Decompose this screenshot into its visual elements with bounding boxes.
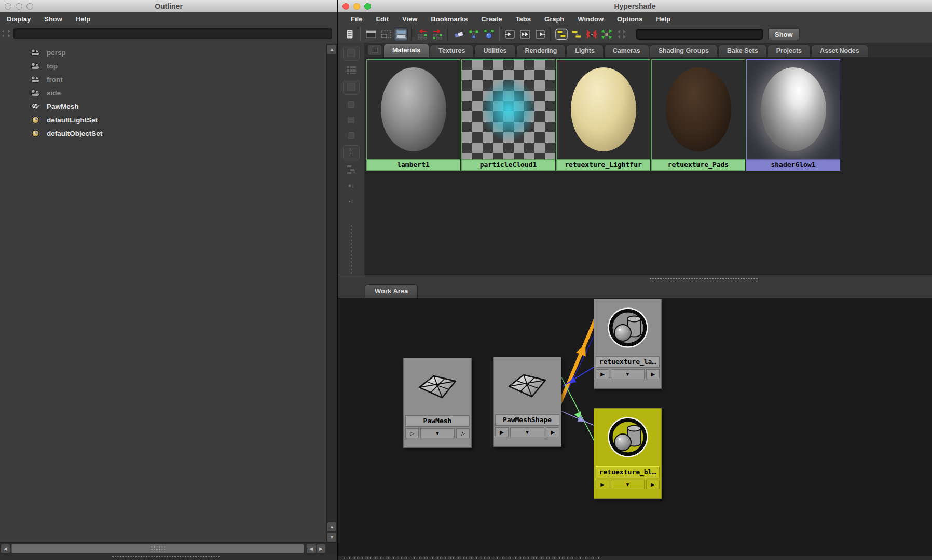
menu-options[interactable]: Options	[610, 12, 649, 26]
scroll-up-button[interactable]: ▲	[327, 522, 337, 532]
detail-view-icon[interactable]	[344, 114, 359, 126]
outliner-titlebar[interactable]: Outliner	[0, 0, 337, 13]
tab-shading-groups[interactable]: Shading Groups	[650, 45, 718, 57]
medium-swatch-view-icon[interactable]	[343, 80, 360, 95]
hypershade-search-input[interactable]	[636, 29, 763, 40]
scroll-left-button[interactable]: ◀	[306, 544, 316, 553]
icon-view-icon[interactable]	[344, 130, 359, 142]
menu-show[interactable]: Show	[37, 12, 69, 26]
tab-asset-nodes[interactable]: Asset Nodes	[811, 45, 868, 57]
clear-graph-icon[interactable]	[451, 27, 465, 41]
scroll-up-button[interactable]: ▲	[327, 44, 337, 54]
node-pawmeshshape[interactable]: PawMeshShape ▶ ▼ ▶	[493, 357, 561, 447]
hypershade-resize-strip[interactable]	[338, 556, 932, 560]
scroll-right-button[interactable]: ▶	[316, 544, 326, 553]
show-output-connections-icon[interactable]	[533, 27, 547, 41]
show-button[interactable]: Show	[768, 28, 800, 40]
outliner-item-top[interactable]: top	[0, 59, 326, 73]
outliner-resize-strip[interactable]	[0, 554, 337, 560]
menu-graph[interactable]: Graph	[538, 12, 571, 26]
show-input-connections-icon[interactable]	[503, 27, 517, 41]
menu-create[interactable]: Create	[474, 12, 509, 26]
tab-rendering[interactable]: Rendering	[516, 45, 566, 57]
menu-help[interactable]: Help	[69, 12, 97, 26]
show-connected-nodes-icon[interactable]	[569, 27, 583, 41]
outliner-item-defaultobjectset[interactable]: defaultObjectSet	[0, 127, 326, 140]
outliner-filter-input[interactable]	[13, 28, 332, 39]
expand-graph-icon[interactable]	[599, 27, 613, 41]
collapse-graph-icon[interactable]	[584, 27, 598, 41]
outliner-vertical-scrollbar[interactable]: ▲ ▲ ▼	[326, 44, 337, 543]
rearrange-graph-icon[interactable]	[467, 27, 481, 41]
sort-by-time-icon[interactable]: ●↓	[344, 179, 359, 191]
swatch-particlecloud1[interactable]: particleCloud1	[461, 59, 555, 171]
sort-hierarchy-icon[interactable]	[344, 164, 359, 176]
menu-window[interactable]: Window	[571, 12, 610, 26]
tab-materials[interactable]: Materials	[383, 44, 429, 57]
node-retuexture-la[interactable]: retuexture_la… ▶ ▼ ▶	[594, 299, 662, 389]
menu-view[interactable]: View	[395, 12, 424, 26]
outliner-item-persp[interactable]: persp	[0, 46, 326, 59]
tab-cameras[interactable]: Cameras	[604, 45, 649, 57]
tab-work-area[interactable]: Work Area	[365, 284, 418, 298]
node-expand-arrow[interactable]: ▼	[510, 427, 544, 437]
layout-single-pane-icon[interactable]	[364, 27, 378, 41]
minimize-button[interactable]	[16, 3, 22, 10]
tab-textures[interactable]: Textures	[430, 45, 474, 57]
navigate-back-icon[interactable]	[415, 27, 429, 41]
scroll-down-button[interactable]: ▼	[327, 532, 337, 542]
work-area-graph[interactable]: PawMesh ▷ ▼ ▷ PawMeshShape	[338, 298, 932, 556]
node-expand-arrow[interactable]: ▼	[611, 369, 645, 379]
node-expand-arrow[interactable]: ▼	[420, 428, 455, 438]
menu-bookmarks[interactable]: Bookmarks	[424, 12, 474, 26]
zoom-button[interactable]	[26, 3, 33, 10]
node-input-arrow[interactable]: ▶	[596, 480, 609, 489]
node-output-arrow[interactable]: ▶	[646, 369, 660, 379]
sort-alphabetical-icon[interactable]: AZ↓	[343, 145, 360, 160]
close-button[interactable]	[342, 3, 349, 10]
tab-options-icon[interactable]	[368, 44, 381, 55]
menu-help[interactable]: Help	[649, 12, 677, 26]
tab-lights[interactable]: Lights	[566, 45, 604, 57]
tab-utilities[interactable]: Utilities	[474, 45, 515, 57]
minimize-button[interactable]	[353, 3, 360, 10]
node-retuexture-bl[interactable]: retuexture_bl… ▶ ▼ ▶	[594, 408, 662, 499]
outliner-item-side[interactable]: side	[0, 86, 326, 100]
node-input-arrow[interactable]: ▶	[495, 427, 509, 437]
outliner-horizontal-scrollbar[interactable]: ◀ ◀ ▶	[0, 542, 337, 554]
tab-projects[interactable]: Projects	[767, 45, 811, 57]
node-expand-arrow[interactable]: ▼	[611, 480, 645, 489]
close-button[interactable]	[5, 3, 11, 10]
small-swatch-view-icon[interactable]	[344, 99, 359, 110]
layout-two-pane-icon[interactable]	[379, 27, 393, 41]
scroll-left-button[interactable]: ◀	[1, 544, 10, 553]
node-pawmesh[interactable]: PawMesh ▷ ▼ ▷	[403, 358, 472, 448]
list-view-icon[interactable]	[344, 64, 359, 76]
zoom-button[interactable]	[364, 3, 371, 10]
outliner-item-front[interactable]: front	[0, 73, 326, 86]
create-bar-toggle-icon[interactable]	[342, 27, 357, 41]
swatch-shaderglow1[interactable]: shaderGlow1	[746, 59, 840, 171]
graph-add-selected-icon[interactable]	[482, 27, 496, 41]
large-swatch-view-icon[interactable]	[343, 46, 360, 61]
scrollbar-thumb[interactable]	[11, 544, 304, 553]
node-output-arrow[interactable]: ▶	[546, 427, 559, 437]
node-output-arrow[interactable]: ▷	[456, 428, 470, 438]
layout-split-pane-icon[interactable]	[394, 27, 408, 41]
outliner-item-pawmesh[interactable]: PawMesh	[0, 100, 326, 113]
menu-file[interactable]: File	[344, 12, 369, 26]
swatch-retuexture-pads[interactable]: retuexture_Pads	[651, 59, 745, 171]
graph-materials-on-selected-icon[interactable]	[554, 27, 568, 41]
pin-graph-icon[interactable]	[614, 27, 628, 41]
node-output-arrow[interactable]: ▶	[646, 480, 660, 489]
menu-display[interactable]: Display	[0, 12, 37, 26]
side-toolbar-grip[interactable]	[350, 224, 353, 275]
node-input-arrow[interactable]: ▷	[405, 428, 419, 438]
swatch-lambert1[interactable]: lambert1	[366, 59, 460, 171]
node-input-arrow[interactable]: ▶	[596, 369, 609, 379]
menu-tabs[interactable]: Tabs	[509, 12, 538, 26]
menu-edit[interactable]: Edit	[369, 12, 395, 26]
swatch-retuexture-lightfur[interactable]: retuexture_Lightfur	[556, 59, 650, 171]
tab-bake-sets[interactable]: Bake Sets	[718, 45, 767, 57]
navigate-forward-icon[interactable]	[430, 27, 444, 41]
